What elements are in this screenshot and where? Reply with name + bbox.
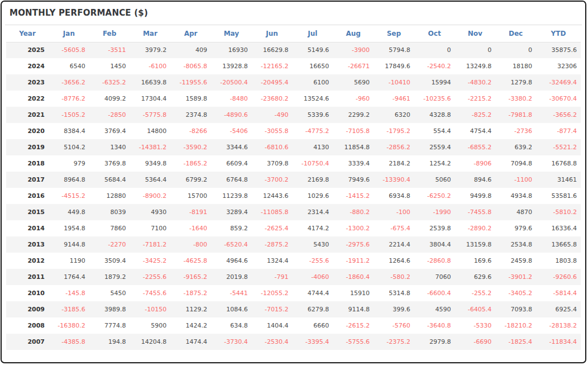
value-cell-apr: -8065.8 <box>170 58 211 74</box>
year-cell: 2020 <box>6 123 49 139</box>
value-cell-feb: 1879.2 <box>89 269 130 285</box>
value-cell-jun: -11085.8 <box>252 204 293 220</box>
value-cell-dec: 7093.8 <box>495 301 536 317</box>
value-cell-oct: -2540.2 <box>414 58 455 74</box>
value-cell-jan: -145.8 <box>49 285 89 301</box>
value-cell-jan: -3656.2 <box>49 74 89 91</box>
value-cell-sep: -5760 <box>374 317 414 334</box>
year-cell: 2017 <box>6 172 49 188</box>
value-cell-mar: -7455.6 <box>130 285 171 301</box>
table-header-row: YearJanFebMarAprMayJunJulAugSepOctNovDec… <box>6 25 581 42</box>
value-cell-jan: -4385.8 <box>49 334 89 350</box>
value-cell-nov: -8906 <box>455 155 496 172</box>
value-cell-apr: -11955.6 <box>170 74 211 91</box>
value-cell-mar: -3425.2 <box>130 253 171 269</box>
value-cell-jul: 6660 <box>293 317 333 334</box>
value-cell-oct: 4590 <box>414 301 455 317</box>
year-cell: 2009 <box>6 301 49 317</box>
value-cell-ytd: -30670.4 <box>536 91 581 107</box>
value-cell-feb: -2270 <box>89 236 130 253</box>
value-cell-sep: -2375.2 <box>374 334 414 350</box>
value-cell-apr: -3590.2 <box>170 139 211 155</box>
value-cell-apr: 409 <box>170 42 211 58</box>
value-cell-aug: -1415.2 <box>333 188 374 204</box>
value-cell-oct: 4328.8 <box>414 107 455 123</box>
value-cell-feb: 3509.4 <box>89 253 130 269</box>
value-cell-jul: -10750.4 <box>293 155 333 172</box>
value-cell-oct: 2979.8 <box>414 334 455 350</box>
column-header-oct: Oct <box>414 25 455 42</box>
year-cell: 2016 <box>6 188 49 204</box>
column-header-feb: Feb <box>89 25 130 42</box>
value-cell-may: 11239.8 <box>211 188 252 204</box>
value-cell-oct: -1990 <box>414 204 455 220</box>
value-cell-aug: 15910 <box>333 285 374 301</box>
value-cell-apr: -8266 <box>170 123 211 139</box>
year-cell: 2013 <box>6 236 49 253</box>
value-cell-jun: -3055.8 <box>252 123 293 139</box>
value-cell-dec: 4870 <box>495 204 536 220</box>
value-cell-feb: 3769.4 <box>89 123 130 139</box>
value-cell-ytd: 16768.8 <box>536 155 581 172</box>
value-cell-ytd: -5521.2 <box>536 139 581 155</box>
table-row-2011: 20111764.41879.2-2255.6-9165.22019.8-791… <box>6 269 581 285</box>
value-cell-ytd: -5814.4 <box>536 285 581 301</box>
value-cell-aug: 11854.8 <box>333 139 374 155</box>
value-cell-ytd: 35875.6 <box>536 42 581 58</box>
value-cell-may: 1084.6 <box>211 301 252 317</box>
value-cell-apr: 1589.8 <box>170 91 211 107</box>
value-cell-mar: 5364.4 <box>130 172 171 188</box>
value-cell-jan: 6540 <box>49 58 89 74</box>
value-cell-nov: 13249.8 <box>455 58 496 74</box>
value-cell-feb: -3511 <box>89 42 130 58</box>
value-cell-jul: 2169.8 <box>293 172 333 188</box>
value-cell-nov: -6855.2 <box>455 139 496 155</box>
value-cell-feb: -2850 <box>89 107 130 123</box>
value-cell-jan: -1505.2 <box>49 107 89 123</box>
value-cell-jun: -791 <box>252 269 293 285</box>
value-cell-mar: 5900 <box>130 317 171 334</box>
value-cell-dec: 4934.8 <box>495 188 536 204</box>
table-row-2016: 2016-4515.212880-8900.21570011239.812443… <box>6 188 581 204</box>
table-row-2019: 20195104.21340-14381.2-3590.23344.6-6810… <box>6 139 581 155</box>
value-cell-may: -6520.4 <box>211 236 252 253</box>
table-row-2024: 202465401450-6100-8065.813928.8-12165.21… <box>6 58 581 74</box>
value-cell-oct: 7060 <box>414 269 455 285</box>
value-cell-feb: 3989.8 <box>89 301 130 317</box>
value-cell-jun: -12055.2 <box>252 285 293 301</box>
year-cell: 2024 <box>6 58 49 74</box>
value-cell-mar: -8900.2 <box>130 188 171 204</box>
value-cell-aug: -2975.6 <box>333 236 374 253</box>
year-cell: 2012 <box>6 253 49 269</box>
value-cell-jan: 8964.8 <box>49 172 89 188</box>
value-cell-sep: 6934.8 <box>374 188 414 204</box>
column-header-apr: Apr <box>170 25 211 42</box>
value-cell-jul: 5430 <box>293 236 333 253</box>
value-cell-mar: -6100 <box>130 58 171 74</box>
value-cell-mar: -10150 <box>130 301 171 317</box>
value-cell-mar: -5775.8 <box>130 107 171 123</box>
value-cell-jul: 5149.6 <box>293 42 333 58</box>
value-cell-jul: 5339.6 <box>293 107 333 123</box>
value-cell-oct: 0 <box>414 42 455 58</box>
value-cell-may: -5406 <box>211 123 252 139</box>
table-row-2023: 2023-3656.2-6325.216639.8-11955.6-20500.… <box>6 74 581 91</box>
value-cell-feb: 1340 <box>89 139 130 155</box>
value-cell-sep: -10410 <box>374 74 414 91</box>
value-cell-sep: -13390.4 <box>374 172 414 188</box>
value-cell-may: 2019.8 <box>211 269 252 285</box>
value-cell-dec: 0 <box>495 42 536 58</box>
value-cell-oct: -3640.8 <box>414 317 455 334</box>
column-header-dec: Dec <box>495 25 536 42</box>
value-cell-sep: 2184.2 <box>374 155 414 172</box>
value-cell-jul: -3395.4 <box>293 334 333 350</box>
value-cell-mar: 17304.4 <box>130 91 171 107</box>
table-row-2007: 2007-4385.8194.814204.81474.4-3730.4-253… <box>6 334 581 350</box>
column-header-jun: Jun <box>252 25 293 42</box>
year-cell: 2010 <box>6 285 49 301</box>
value-cell-oct: 2539.8 <box>414 220 455 236</box>
value-cell-oct: 554.4 <box>414 123 455 139</box>
value-cell-nov: 629.6 <box>455 269 496 285</box>
value-cell-sep: 5794.8 <box>374 42 414 58</box>
value-cell-aug: -3900 <box>333 42 374 58</box>
